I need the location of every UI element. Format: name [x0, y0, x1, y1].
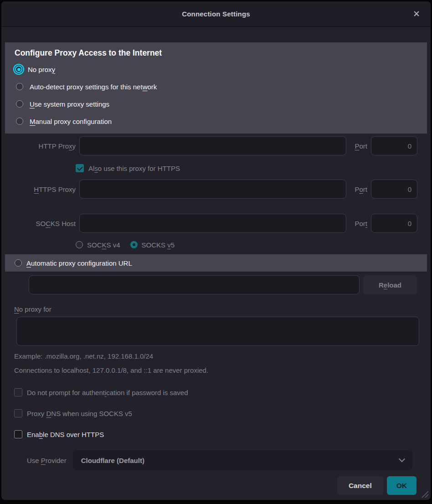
- proxy-mode-section: Configure Proxy Access to the Internet N…: [5, 42, 427, 134]
- auto-url-input-row: Reload: [29, 275, 417, 294]
- radio-autodetect[interactable]: [16, 83, 23, 90]
- radio-row-system[interactable]: Use system proxy settings: [14, 95, 418, 113]
- socks-v5-label: SOCKS v5: [142, 241, 175, 249]
- https-proxy-row: HTTPS Proxy Port: [3, 180, 417, 199]
- doh-provider-row: Use Provider Cloudflare (Default): [27, 450, 412, 470]
- https-proxy-label: HTTPS Proxy: [3, 185, 76, 193]
- https-port-input[interactable]: [371, 180, 417, 199]
- auth-prompt-checkbox[interactable]: [14, 388, 22, 396]
- section-heading: Configure Proxy Access to the Internet: [15, 48, 418, 58]
- radio-row-autodetect[interactable]: Auto-detect proxy settings for this netw…: [14, 78, 418, 95]
- auto-url-label: Automatic proxy configuration URL: [26, 259, 132, 267]
- socks-port-input[interactable]: [371, 214, 417, 233]
- radio-socks-v4[interactable]: [76, 241, 83, 248]
- localhost-note-text: Connections to localhost, 127.0.0.1/8, a…: [14, 366, 431, 374]
- radio-row-no-proxy[interactable]: No proxy: [14, 61, 418, 78]
- auth-prompt-label: Do not prompt for authentication if pass…: [27, 389, 188, 396]
- socks-host-label: SOCKS Host: [3, 220, 76, 227]
- also-https-checkbox[interactable]: [76, 164, 84, 172]
- also-https-row[interactable]: Also use this proxy for HTTPS: [76, 162, 431, 174]
- auto-url-row[interactable]: Automatic proxy configuration URL: [5, 254, 427, 272]
- provider-dropdown[interactable]: Cloudflare (Default): [73, 450, 412, 470]
- https-proxy-input[interactable]: [79, 180, 346, 199]
- dialog-titlebar: Connection Settings ✕: [1, 1, 431, 27]
- radio-autodetect-label: Auto-detect proxy settings for this netw…: [30, 83, 157, 91]
- enable-doh-label: Enable DNS over HTTPS: [27, 431, 104, 438]
- connection-settings-dialog: Connection Settings ✕ Configure Proxy Ac…: [1, 1, 431, 500]
- radio-row-manual[interactable]: Manual proxy configuration: [14, 113, 418, 130]
- radio-no-proxy-label: No proxy: [28, 66, 55, 73]
- dialog-title: Connection Settings: [182, 10, 250, 18]
- radio-auto-url[interactable]: [15, 259, 22, 267]
- dialog-footer: Cancel OK: [1, 476, 417, 495]
- no-proxy-for-label: No proxy for: [14, 305, 431, 313]
- http-proxy-input[interactable]: [79, 136, 346, 155]
- radio-socks-v5[interactable]: [130, 241, 138, 248]
- no-proxy-for-textarea[interactable]: [16, 317, 419, 346]
- socks-host-row: SOCKS Host Port: [3, 214, 417, 233]
- auth-prompt-row[interactable]: Do not prompt for authentication if pass…: [14, 386, 431, 398]
- https-port-label: Port: [350, 185, 367, 193]
- proxy-dns-row[interactable]: Proxy DNS when using SOCKS v5: [14, 407, 431, 419]
- radio-manual[interactable]: [16, 118, 23, 125]
- no-proxy-example-text: Example: .mozilla.org, .net.nz, 192.168.…: [14, 352, 431, 360]
- http-proxy-row: HTTP Proxy Port: [3, 136, 417, 155]
- cancel-button[interactable]: Cancel: [337, 476, 383, 495]
- use-provider-label: Use Provider: [27, 457, 67, 464]
- socks-version-row: SOCKS v4 SOCKS v5: [76, 239, 431, 251]
- reload-button[interactable]: Reload: [363, 275, 417, 294]
- http-port-label: Port: [350, 142, 367, 150]
- socks-v4-label: SOCKS v4: [87, 241, 120, 249]
- chevron-down-icon: [399, 456, 405, 462]
- ok-button[interactable]: OK: [387, 476, 417, 495]
- proxy-dns-checkbox[interactable]: [14, 409, 22, 417]
- socks-host-input[interactable]: [79, 214, 346, 233]
- radio-manual-label: Manual proxy configuration: [30, 118, 112, 125]
- radio-system-label: Use system proxy settings: [30, 100, 109, 108]
- enable-doh-row[interactable]: Enable DNS over HTTPS: [14, 428, 431, 440]
- proxy-dns-label: Proxy DNS when using SOCKS v5: [27, 410, 132, 417]
- http-proxy-label: HTTP Proxy: [3, 142, 76, 150]
- resize-grip[interactable]: [421, 490, 428, 498]
- close-icon[interactable]: ✕: [410, 7, 423, 21]
- radio-no-proxy[interactable]: [15, 66, 22, 73]
- radio-system[interactable]: [16, 100, 23, 108]
- also-https-label: Also use this proxy for HTTPS: [88, 165, 180, 172]
- http-port-input[interactable]: [371, 136, 417, 155]
- enable-doh-checkbox[interactable]: [14, 430, 22, 438]
- provider-selected-value: Cloudflare (Default): [81, 457, 400, 464]
- socks-port-label: Port: [350, 220, 367, 227]
- auto-url-input[interactable]: [29, 275, 360, 294]
